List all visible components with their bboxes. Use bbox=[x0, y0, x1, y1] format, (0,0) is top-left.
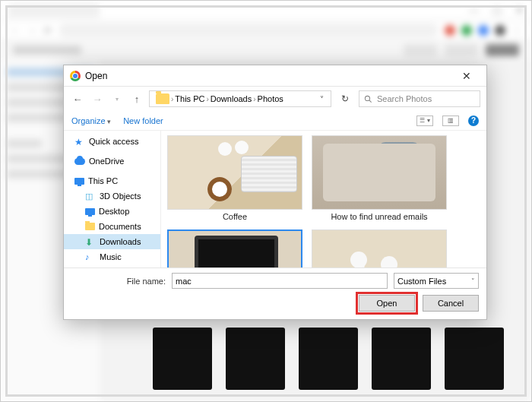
new-folder-button[interactable]: New folder bbox=[123, 116, 163, 125]
file-open-dialog: Open ✕ ← → ▾ ↑ › This PC › Downloads › P… bbox=[63, 65, 487, 320]
dialog-footer: File name: Custom Files ˅ Open Cancel bbox=[64, 267, 486, 319]
breadcrumb[interactable]: › This PC › Downloads › Photos ˅ bbox=[149, 90, 331, 107]
desktop-icon bbox=[85, 208, 95, 215]
crumb-photos[interactable]: Photos bbox=[258, 94, 283, 103]
download-icon: ⬇ bbox=[85, 237, 96, 246]
music-icon: ♪ bbox=[85, 252, 96, 261]
tree-music[interactable]: ♪ Music bbox=[64, 249, 160, 264]
help-button[interactable]: ? bbox=[468, 116, 479, 126]
file-item-earbuds[interactable] bbox=[312, 229, 447, 267]
svg-line-1 bbox=[369, 100, 372, 102]
tree-downloads[interactable]: ⬇ Downloads bbox=[64, 234, 160, 249]
background-thumbnails bbox=[153, 328, 504, 390]
dialog-title: Open bbox=[85, 71, 107, 81]
up-button[interactable]: ↑ bbox=[129, 93, 144, 105]
tree-onedrive[interactable]: OneDrive bbox=[64, 154, 160, 169]
filename-input[interactable] bbox=[172, 273, 388, 289]
search-input[interactable]: Search Photos bbox=[359, 90, 480, 107]
monitor-icon bbox=[74, 178, 84, 185]
dialog-titlebar: Open ✕ bbox=[64, 65, 486, 87]
crumb-this-pc[interactable]: This PC bbox=[175, 94, 204, 103]
close-button[interactable]: ✕ bbox=[453, 70, 480, 82]
file-item-mac[interactable] bbox=[167, 229, 302, 267]
chrome-icon bbox=[70, 71, 81, 81]
tree-desktop[interactable]: Desktop bbox=[64, 204, 160, 219]
star-icon: ★ bbox=[74, 137, 85, 146]
dialog-toolbar: Organize New folder ☰ ▾ ▥ ? bbox=[64, 111, 486, 131]
chevron-down-icon: ˅ bbox=[471, 277, 475, 285]
crumb-downloads[interactable]: Downloads bbox=[211, 94, 252, 103]
tree-this-pc[interactable]: This PC bbox=[64, 173, 160, 188]
tree-quick-access[interactable]: ★ Quick access bbox=[64, 134, 160, 149]
breadcrumb-dropdown[interactable]: ˅ bbox=[315, 95, 328, 103]
folder-icon bbox=[85, 223, 95, 230]
forward-button[interactable]: → bbox=[90, 93, 105, 105]
file-item-coffee[interactable]: Coffee bbox=[167, 135, 302, 223]
cancel-button[interactable]: Cancel bbox=[423, 295, 479, 312]
file-list: Coffee How to find unread emails bbox=[161, 131, 486, 267]
file-filter-dropdown[interactable]: Custom Files ˅ bbox=[394, 273, 479, 289]
refresh-button[interactable]: ↻ bbox=[336, 93, 354, 104]
tree-documents[interactable]: Documents bbox=[64, 219, 160, 234]
folder-icon bbox=[156, 93, 169, 104]
cube-icon: ◫ bbox=[85, 192, 96, 201]
search-placeholder: Search Photos bbox=[377, 94, 432, 103]
preview-pane-button[interactable]: ▥ bbox=[442, 116, 459, 126]
tree-3d-objects[interactable]: ◫ 3D Objects bbox=[64, 188, 160, 204]
organize-menu[interactable]: Organize bbox=[71, 116, 111, 125]
cloud-icon bbox=[74, 158, 85, 165]
view-mode-button[interactable]: ☰ ▾ bbox=[416, 116, 433, 126]
search-icon bbox=[364, 95, 372, 103]
svg-point-0 bbox=[365, 96, 369, 100]
open-button[interactable]: Open bbox=[359, 295, 415, 312]
file-item-emails[interactable]: How to find unread emails bbox=[312, 135, 447, 223]
folder-tree: ★ Quick access OneDrive This PC ◫ 3D Obj… bbox=[64, 131, 161, 267]
filename-label: File name: bbox=[71, 277, 166, 286]
dialog-nav: ← → ▾ ↑ › This PC › Downloads › Photos ˅… bbox=[64, 87, 486, 111]
back-button[interactable]: ← bbox=[70, 93, 85, 105]
